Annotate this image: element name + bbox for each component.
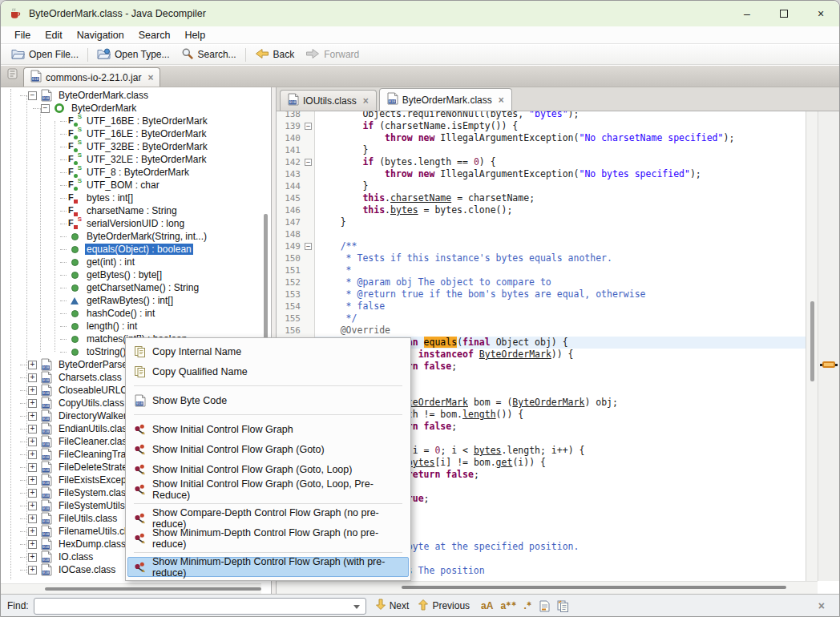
svg-text:010: 010 <box>136 401 143 405</box>
editor-horizontal-scrollbar[interactable] <box>277 581 818 594</box>
close-button[interactable]: × <box>802 1 839 26</box>
tree-connector <box>60 185 67 186</box>
find-next-button[interactable]: Next <box>376 599 410 613</box>
tree-item-byteordermark[interactable]: −ByteOrderMark <box>1 102 261 115</box>
svg-text:010: 010 <box>42 468 50 472</box>
menu-navigation[interactable]: Navigation <box>70 28 131 42</box>
context-menu-item-copy-internal-name[interactable]: Copy Internal Name <box>127 341 409 361</box>
toolbar-button-open-file[interactable]: Open File... <box>6 46 84 63</box>
tree-expander-plus[interactable]: + <box>28 399 37 408</box>
tree-item-utf-16be-byteordermark[interactable]: FSUTF_16BE : ByteOrderMark <box>1 115 261 127</box>
close-find-icon[interactable]: × <box>818 599 825 612</box>
tree-expander-minus[interactable]: − <box>41 104 50 113</box>
tree-item-bytes-int[interactable]: Fbytes : int[] <box>1 192 261 204</box>
regex-icon[interactable]: .∗ <box>524 600 532 611</box>
tree-item-hashcode-int[interactable]: hashCode() : int <box>1 307 261 320</box>
tree-expander-plus[interactable]: + <box>28 373 37 382</box>
chevron-down-icon[interactable] <box>353 605 360 609</box>
find-previous-label: Previous <box>432 600 470 611</box>
context-menu-item-show-initial-control-flow-graph-goto[interactable]: Show Initial Control Flow Graph (Goto) <box>127 439 409 459</box>
minimize-button[interactable]: – <box>729 1 765 26</box>
fold-collapse-icon[interactable]: − <box>305 123 312 130</box>
context-menu-item-label: Show Byte Code <box>152 395 227 406</box>
context-menu-item-show-minimum-depth-control-flow-graph-with-pre-reduce[interactable]: Show Minimum-Depth Control Flow Graph (w… <box>127 557 409 577</box>
tree-connector <box>20 480 26 481</box>
editor-vertical-scrollbar[interactable] <box>806 111 818 581</box>
classfile-icon: 010 <box>40 397 53 409</box>
tree-item-label: EndianUtils.class <box>57 423 133 434</box>
jar-tab-commons-io-2-21-0-jar[interactable]: 010commons-io-2.21.0.jar× <box>23 67 160 87</box>
tree-expander-plus[interactable]: + <box>28 553 37 562</box>
menu-help[interactable]: Help <box>177 28 212 42</box>
method-icon <box>68 307 81 320</box>
tree-expander-minus[interactable]: − <box>28 91 37 100</box>
toolbar-button-forward[interactable]: Forward <box>300 46 365 63</box>
tree-expander-plus[interactable]: + <box>28 489 37 498</box>
context-menu-item-show-byte-code[interactable]: 010Show Byte Code <box>127 390 409 410</box>
tree-item-utf-8-byteordermark[interactable]: FSUTF_8 : ByteOrderMark <box>1 166 261 179</box>
tree-horizontal-scrollbar[interactable] <box>1 583 261 594</box>
context-menu-item-show-compare-depth-control-flow-graph-no-pre-reduce[interactable]: Show Compare-Depth Control Flow Graph (n… <box>127 508 409 528</box>
toolbar-button-open-type[interactable]: Open Type... <box>91 46 176 63</box>
tree-item-get-int-int[interactable]: get(int) : int <box>1 256 261 268</box>
search-doc-icon[interactable] <box>539 600 550 612</box>
context-menu-item-copy-qualified-name[interactable]: Copy Qualified Name <box>127 361 409 381</box>
fold-collapse-icon[interactable]: − <box>305 243 312 250</box>
search-all-docs-icon[interactable] <box>557 600 569 612</box>
match-case-icon[interactable]: aA <box>481 600 493 611</box>
tree-expander-plus[interactable]: + <box>28 438 37 446</box>
editor-tab-ioutils-class[interactable]: 010IOUtils.class× <box>280 90 377 111</box>
tree-item-getcharsetname-string[interactable]: getCharsetName() : String <box>1 281 261 294</box>
tree-item-utf-32be-byteordermark[interactable]: FSUTF_32BE : ByteOrderMark <box>1 140 261 153</box>
find-input[interactable] <box>34 598 366 615</box>
context-menu-item-show-initial-control-flow-graph-goto-loop[interactable]: Show Initial Control Flow Graph (Goto, L… <box>127 459 409 479</box>
tree-item-getrawbytes-int[interactable]: getRawBytes() : int[] <box>1 294 261 307</box>
tree-item-byteordermark-class[interactable]: −010ByteOrderMark.class <box>1 89 261 102</box>
tree-item-utf-32le-byteordermark[interactable]: FSUTF_32LE : ByteOrderMark <box>1 153 261 166</box>
menu-edit[interactable]: Edit <box>38 28 70 42</box>
context-menu-item-show-initial-control-flow-graph-goto-loop-pre-reduce[interactable]: Show Initial Control Flow Graph (Goto, L… <box>127 479 409 499</box>
fold-collapse-icon[interactable]: − <box>305 159 312 166</box>
code-line-142: 142− if (bytes.length == 0) { <box>277 156 806 168</box>
tree-item-charsetname-string[interactable]: FcharsetName : String <box>1 204 261 217</box>
close-tab-icon[interactable]: × <box>363 95 369 107</box>
tree-item-byteordermark-string-int[interactable]: ByteOrderMark(String, int...) <box>1 230 261 243</box>
line-number: 147 <box>277 216 303 228</box>
close-tab-icon[interactable]: × <box>147 72 153 83</box>
tree-expander-plus[interactable]: + <box>28 450 37 459</box>
tree-expander-plus[interactable]: + <box>28 425 37 434</box>
editor-tab-byteordermark-class[interactable]: 010ByteOrderMark.class× <box>379 88 512 111</box>
close-tab-icon[interactable]: × <box>499 95 504 106</box>
tree-expander-plus[interactable]: + <box>28 412 37 421</box>
context-menu-item-show-minimum-depth-control-flow-graph-no-pre-reduce[interactable]: Show Minimum-Depth Control Flow Graph (n… <box>127 528 409 548</box>
menu-file[interactable]: File <box>7 28 38 42</box>
find-previous-button[interactable]: Previous <box>418 599 470 613</box>
tree-expander-plus[interactable]: + <box>28 386 37 395</box>
tree-expander-plus[interactable]: + <box>28 566 37 575</box>
tree-expander-plus[interactable]: + <box>28 502 37 510</box>
whole-word-icon[interactable]: a∗∗ <box>500 600 516 611</box>
tree-item-getbytes-byte[interactable]: getBytes() : byte[] <box>1 268 261 281</box>
context-menu-item-label: Show Minimum-Depth Control Flow Graph (n… <box>152 527 403 550</box>
tree-expander-plus[interactable]: + <box>28 476 37 485</box>
context-menu-item-show-initial-control-flow-graph[interactable]: Show Initial Control Flow Graph <box>127 419 409 439</box>
code-text: throw new IllegalArgumentException("No b… <box>315 168 806 180</box>
tree-item-label: UTF_8 : ByteOrderMark <box>85 167 191 178</box>
tree-expander-plus[interactable]: + <box>28 514 37 523</box>
toolbar-button-search[interactable]: Search... <box>176 46 242 64</box>
tree-item-utf-16le-byteordermark[interactable]: FSUTF_16LE : ByteOrderMark <box>1 127 261 140</box>
tree-item-utf-bom-char[interactable]: FSUTF_BOM : char <box>1 179 261 192</box>
occurrence-marker[interactable] <box>822 361 835 368</box>
tree-expander-plus[interactable]: + <box>28 361 37 369</box>
menu-search[interactable]: Search <box>131 28 178 42</box>
next-arrow-icon <box>376 599 386 613</box>
toolbar-button-back[interactable]: Back <box>249 46 301 63</box>
tree-item-equals-object-boolean[interactable]: equals(Object) : boolean <box>1 243 261 256</box>
tree-expander-plus[interactable]: + <box>28 527 37 536</box>
tree-item-length-int[interactable]: length() : int <box>1 320 261 333</box>
tree-connector <box>60 339 67 340</box>
tree-item-serialversionuid-long[interactable]: FSserialVersionUID : long <box>1 217 261 230</box>
tree-expander-plus[interactable]: + <box>28 463 37 472</box>
tree-expander-plus[interactable]: + <box>28 540 37 549</box>
maximize-button[interactable] <box>765 1 802 26</box>
